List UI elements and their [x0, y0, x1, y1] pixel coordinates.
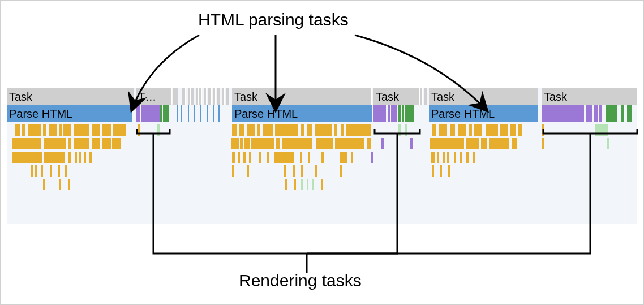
task-sliver [420, 88, 423, 105]
annotation-label-top: HTML parsing tasks [198, 10, 349, 29]
task-sliver [175, 88, 178, 105]
render-task-block [542, 105, 638, 122]
task-sliver [182, 88, 186, 105]
parse-row: Parse HTMLParse HTMLParse HTML [7, 105, 637, 122]
task-sliver [188, 88, 191, 105]
flame-row [7, 152, 637, 163]
flame-chart: TaskT…TaskTaskTaskTask Parse HTMLParse H… [7, 88, 637, 224]
task-sliver [217, 88, 220, 105]
task-sliver [204, 88, 207, 105]
task-sliver [199, 88, 202, 105]
task-row: TaskT…TaskTaskTaskTask [7, 88, 637, 105]
parse-html-block: Parse HTML [7, 105, 132, 122]
render-task-block [136, 105, 172, 122]
flame-row [7, 179, 637, 190]
flame-row [7, 165, 637, 177]
render-task-block [373, 105, 417, 122]
flame-row [7, 124, 637, 136]
task-sliver [226, 88, 229, 105]
task-block: Task [542, 88, 638, 105]
flame-row [7, 138, 637, 149]
annotation-label-bottom: Rendering tasks [239, 271, 362, 290]
task-sliver [208, 88, 212, 105]
task-sliver [213, 88, 216, 105]
task-sliver [222, 88, 225, 105]
task-block: Task [429, 88, 538, 105]
task-block: Task [373, 88, 417, 105]
flame-stack [7, 122, 637, 224]
task-sliver [196, 88, 199, 105]
parse-html-block: Parse HTML [232, 105, 372, 122]
task-sliver [424, 88, 427, 105]
task-sliver [191, 88, 194, 105]
task-block: Task [232, 88, 372, 105]
thin-task-sliver-row [177, 105, 225, 122]
parse-html-block: Parse HTML [429, 105, 538, 122]
task-block: Task [7, 88, 134, 105]
task-block: T… [136, 88, 172, 105]
